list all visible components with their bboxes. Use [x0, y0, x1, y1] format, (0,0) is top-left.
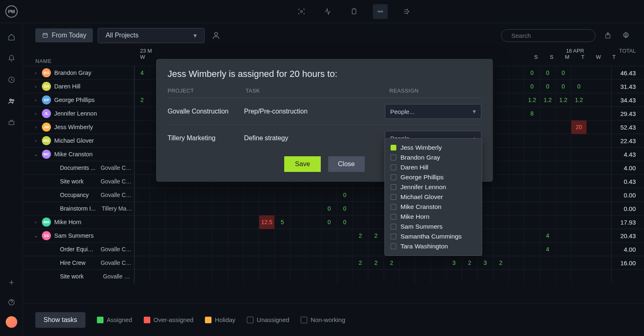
grid-cell[interactable]: [368, 188, 384, 202]
grid-cell[interactable]: [446, 270, 462, 283]
grid-cell[interactable]: [493, 229, 508, 243]
close-button[interactable]: Close: [328, 156, 365, 172]
grid-cell[interactable]: [508, 107, 524, 120]
grid-cell[interactable]: [508, 270, 524, 283]
grid-cell[interactable]: [212, 229, 228, 243]
grid-cell[interactable]: [259, 202, 274, 216]
grid-cell[interactable]: [493, 175, 508, 188]
grid-cell[interactable]: [134, 148, 150, 161]
grid-cell[interactable]: [134, 161, 150, 175]
grid-cell[interactable]: [540, 202, 555, 216]
grid-cell[interactable]: [352, 243, 368, 256]
grid-cell[interactable]: [508, 188, 524, 202]
expand-chevron[interactable]: ⌄: [33, 233, 39, 239]
grid-cell[interactable]: [368, 243, 384, 256]
grid-cell[interactable]: [134, 202, 150, 216]
grid-cell[interactable]: [462, 270, 477, 283]
person-name[interactable]: George Phillips: [54, 97, 94, 103]
flow-icon[interactable]: [399, 4, 414, 19]
briefcase-icon[interactable]: [6, 117, 17, 128]
grid-cell[interactable]: [290, 270, 306, 283]
grid-cell[interactable]: [555, 134, 571, 148]
grid-cell[interactable]: [150, 202, 165, 216]
grid-cell[interactable]: [571, 175, 586, 188]
task-name[interactable]: Hire Crew: [60, 260, 96, 266]
grid-cell[interactable]: [228, 229, 243, 243]
grid-cell[interactable]: [524, 175, 540, 188]
grid-cell[interactable]: 1.2: [555, 93, 571, 107]
grid-cell[interactable]: [228, 256, 243, 270]
grid-cell[interactable]: [430, 256, 446, 270]
checkbox[interactable]: [391, 234, 396, 239]
grid-cell[interactable]: [212, 256, 228, 270]
grid-cell[interactable]: [493, 216, 508, 229]
grid-cell[interactable]: [212, 202, 228, 216]
task-name[interactable]: Brainstorm I...: [60, 205, 97, 212]
help-icon[interactable]: [6, 297, 17, 308]
checkbox[interactable]: [391, 174, 396, 180]
grid-cell[interactable]: [134, 188, 150, 202]
grid-cell[interactable]: [165, 256, 181, 270]
grid-cell[interactable]: [274, 188, 290, 202]
grid-cell[interactable]: 4: [134, 66, 150, 80]
search-field[interactable]: [511, 32, 589, 39]
grid-cell[interactable]: [243, 229, 259, 243]
grid-cell[interactable]: [508, 148, 524, 161]
grid-cell[interactable]: [368, 216, 384, 229]
grid-cell[interactable]: [306, 188, 321, 202]
grid-cell[interactable]: 0: [555, 80, 571, 93]
dropdown-item[interactable]: Tara Washington: [385, 241, 482, 251]
grid-cell[interactable]: [571, 229, 586, 243]
grid-cell[interactable]: [150, 270, 165, 283]
expand-chevron[interactable]: ›: [33, 97, 39, 102]
grid-cell[interactable]: [134, 107, 150, 120]
grid-cell[interactable]: [524, 243, 540, 256]
grid-cell[interactable]: [555, 175, 571, 188]
grid-cell[interactable]: [493, 161, 508, 175]
grid-cell[interactable]: [274, 202, 290, 216]
grid-cell[interactable]: [352, 216, 368, 229]
grid-cell[interactable]: [181, 270, 196, 283]
activity-icon[interactable]: [320, 4, 335, 19]
dropdown-item[interactable]: Samantha Cummings: [385, 232, 482, 241]
grid-cell[interactable]: [399, 256, 415, 270]
grid-cell[interactable]: [540, 120, 555, 134]
grid-cell[interactable]: 1.2: [540, 93, 555, 107]
grid-cell[interactable]: [212, 243, 228, 256]
grid-cell[interactable]: [415, 256, 430, 270]
grid-cell[interactable]: [321, 256, 337, 270]
person-name[interactable]: Mike Cranston: [54, 151, 92, 158]
grid-cell[interactable]: [508, 120, 524, 134]
people-icon[interactable]: [6, 95, 17, 107]
person-name[interactable]: Michael Glover: [54, 137, 94, 144]
grid-cell[interactable]: 4: [540, 243, 555, 256]
grid-cell[interactable]: [555, 148, 571, 161]
grid-cell[interactable]: 2: [134, 93, 150, 107]
grid-cell[interactable]: [571, 148, 586, 161]
grid-cell[interactable]: 0: [337, 202, 352, 216]
grid-cell[interactable]: 0: [555, 66, 571, 80]
projects-dropdown[interactable]: All Projects ▾: [98, 28, 205, 43]
grid-cell[interactable]: 2: [462, 256, 477, 270]
grid-cell[interactable]: [274, 270, 290, 283]
grid-cell[interactable]: [259, 270, 274, 283]
grid-cell[interactable]: [259, 188, 274, 202]
grid-cell[interactable]: [508, 134, 524, 148]
grid-cell[interactable]: [306, 256, 321, 270]
grid-cell[interactable]: [508, 161, 524, 175]
grid-cell[interactable]: [337, 256, 352, 270]
checkbox[interactable]: [391, 243, 396, 249]
dropdown-item[interactable]: Mike Horn: [385, 212, 482, 222]
grid-cell[interactable]: [571, 256, 586, 270]
grid-cell[interactable]: [508, 80, 524, 93]
grid-cell[interactable]: 0: [540, 66, 555, 80]
grid-cell[interactable]: [306, 216, 321, 229]
grid-cell[interactable]: [571, 161, 586, 175]
grid-cell[interactable]: [493, 202, 508, 216]
grid-cell[interactable]: [571, 243, 586, 256]
checkbox[interactable]: [391, 145, 396, 151]
grid-cell[interactable]: [555, 229, 571, 243]
grid-cell[interactable]: [508, 229, 524, 243]
plus-icon[interactable]: [6, 277, 17, 288]
checkbox[interactable]: [391, 204, 396, 210]
